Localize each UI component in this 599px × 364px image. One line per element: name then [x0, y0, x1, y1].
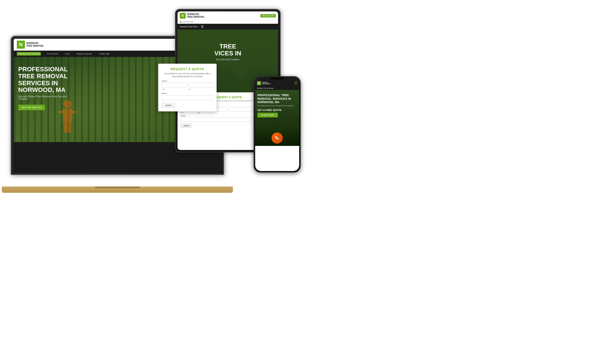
form-email-input[interactable]: [162, 95, 213, 100]
first-label: First: [162, 89, 187, 90]
form-name-label: Name *: [162, 80, 213, 82]
laptop-quote-form: REQUEST A QUOTE Get started on your next…: [158, 64, 217, 111]
svg-rect-1: [63, 109, 72, 122]
laptop-form-subtitle: Get started on your next tree removal pr…: [162, 72, 213, 78]
tablet-menu-bar: Norwood Tree Rem... ☰: [177, 24, 278, 30]
tablet-logo: N NORWOOD TREE REMOVAL: [180, 13, 205, 19]
form-name-sublabels: First Last: [162, 88, 213, 90]
nav-item-home[interactable]: Norwood Tree Removal: [17, 52, 41, 56]
phone-hero-text: PROFESSIONAL TREE REMOVAL SERVICES IN NO…: [257, 93, 297, 118]
form-first-name-input[interactable]: [162, 83, 188, 88]
laptop-form-title: REQUEST A QUOTE: [162, 67, 213, 71]
form-email-group: Email *: [162, 92, 213, 100]
phone-click-here-button[interactable]: CLICK HERE: [257, 113, 278, 118]
phone-hamburger-icon[interactable]: ☰: [294, 81, 297, 85]
laptop-hero-text: PROFESSIONAL TREE REMOVAL SERVICES IN NO…: [18, 66, 77, 110]
tablet-top-bar: N NORWOOD TREE REMOVAL GET A QOUTE: [177, 11, 278, 20]
tablet-logo-text: NORWOOD TREE REMOVAL: [187, 13, 205, 18]
phone-worker-icon: 🪚: [272, 133, 283, 144]
laptop-hero-title: PROFESSIONAL TREE REMOVAL SERVICES IN NO…: [18, 66, 77, 93]
phone-get-free-quote-heading: GET A FREE QUOTE: [257, 109, 297, 111]
tablet-hero-subtitle: Any Size and Condition: [182, 58, 273, 61]
nav-item-quote[interactable]: Request a Quote: [75, 52, 93, 56]
phone-device: N NORWOOD TREE REMOVAL ☰ Norwood Tree Re…: [254, 76, 301, 173]
svg-rect-4: [64, 121, 67, 133]
phone-screen: N NORWOOD TREE REMOVAL ☰ Norwood Tree Re…: [255, 78, 299, 171]
phone-hero-subtitle: We Safely Remove Trees of Any Size and C…: [257, 105, 297, 106]
svg-rect-2: [59, 111, 64, 113]
nav-item-services[interactable]: Our Services: [45, 52, 60, 56]
svg-rect-3: [71, 111, 77, 113]
form-email-label: Email *: [162, 92, 213, 94]
nav-item-blog[interactable]: Timber Talk: [98, 52, 111, 56]
tablet-last-label: Last: [197, 112, 200, 113]
tablet-hero-text: TREE VICES IN Any Size and Condition: [177, 43, 278, 61]
tablet-submit-button[interactable]: Submit: [181, 124, 192, 128]
phone-menu-label: Norwood Tree Removal: [257, 87, 297, 89]
phone-body: N NORWOOD TREE REMOVAL ☰ Norwood Tree Re…: [254, 76, 301, 173]
logo-brand-name: NORWOOD TREE REMOVAL: [26, 42, 44, 47]
laptop-view-services-button[interactable]: VIEW OUR SERVICES: [18, 105, 45, 110]
phone-logo: N NORWOOD TREE REMOVAL: [257, 81, 271, 85]
last-label: Last: [188, 89, 213, 90]
nav-item-faq[interactable]: FAQ: [64, 52, 71, 56]
phone-notch: [270, 77, 284, 80]
tablet-hamburger-icon[interactable]: ☰: [201, 25, 204, 28]
phone-menu-bar: Norwood Tree Removal: [255, 86, 299, 90]
form-name-row: [162, 83, 213, 88]
logo-n-icon: N: [17, 41, 25, 49]
laptop-logo: N NORWOOD TREE REMOVAL: [17, 41, 44, 49]
tablet-hero-title2: VICES IN: [182, 50, 273, 57]
laptop-hero-subtitle: Safe and Efficient Tree Removal of Any S…: [18, 95, 77, 100]
phone-hero-title: PROFESSIONAL TREE REMOVAL SERVICES IN NO…: [257, 93, 297, 104]
phone-hero: PROFESSIONAL TREE REMOVAL SERVICES IN NO…: [255, 90, 299, 130]
laptop-base: [2, 186, 233, 193]
laptop-form-submit-button[interactable]: Submit: [162, 103, 175, 108]
form-last-name-input[interactable]: [189, 83, 215, 88]
phone-logo-text: NORWOOD TREE REMOVAL: [262, 82, 271, 85]
tablet-logo-n: N: [180, 13, 185, 19]
form-name-group: Name * First Last: [162, 80, 213, 90]
tablet-hero-title: TREE: [182, 43, 273, 50]
phone-bottom-image: 🪚: [255, 130, 299, 146]
phone-logo-n-icon: N: [257, 81, 261, 85]
tablet-first-label: First: [181, 112, 184, 113]
tablet-quote-button[interactable]: GET A QOUTE: [260, 14, 276, 17]
tablet-menu-text: Norwood Tree Rem...: [180, 25, 199, 28]
tablet-phone-bar: 📞 202-555-0142: [177, 20, 278, 24]
svg-rect-5: [68, 121, 71, 133]
